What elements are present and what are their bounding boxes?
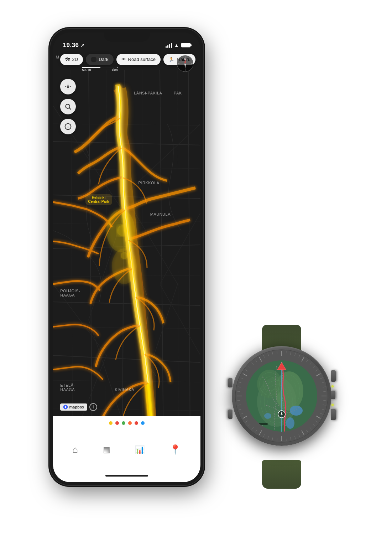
label-m: M — [56, 55, 59, 59]
dark-mode-icon — [91, 57, 96, 62]
chip-dark[interactable]: Dark — [86, 54, 113, 65]
mapbox-logo: mapbox — [60, 403, 87, 411]
chip-2d[interactable]: 🗺 2D — [60, 54, 83, 65]
tab-items: ⌂ ▦ 📊 📍 — [53, 425, 200, 475]
map-icon: 🗺 — [65, 57, 70, 62]
watch-btn-left-top[interactable] — [228, 378, 232, 387]
home-indicator — [105, 475, 148, 477]
label-etela: ETELÄ-HAAGA — [60, 383, 75, 392]
watch-case: 100 m — [232, 346, 331, 446]
stats-icon: 📊 — [135, 445, 145, 454]
home-icon: ⌂ — [72, 444, 78, 455]
svg-point-124 — [290, 406, 303, 416]
watch-band-bottom — [262, 460, 301, 489]
dot-yellow — [109, 421, 113, 425]
dot-green — [122, 421, 125, 425]
compass: N — [176, 55, 194, 72]
svg-line-37 — [69, 108, 71, 109]
search-button[interactable] — [60, 99, 76, 114]
dot-red — [115, 421, 119, 425]
dots-row — [53, 416, 200, 425]
location-icon: 📍 — [169, 444, 181, 455]
label-kivihaka: KIVIHAKA — [115, 387, 134, 392]
road-icon: 👁 — [121, 57, 126, 62]
tab-calendar[interactable]: ▦ — [103, 445, 110, 454]
scene: Helsinki Central Park LÄNSI-PAKILA PIRKK… — [36, 18, 356, 517]
tab-stats[interactable]: 📊 — [135, 445, 145, 454]
status-time: 19.36 ↗ — [63, 42, 85, 49]
battery-icon — [181, 43, 190, 47]
watch-btn-left-bot[interactable] — [228, 410, 232, 419]
location-arrow-icon: ↗ — [80, 42, 85, 48]
map-controls — [60, 79, 76, 134]
chip-road-surface[interactable]: 👁 Road surface — [116, 54, 161, 65]
tab-location[interactable]: 📍 — [169, 444, 181, 455]
tab-home[interactable]: ⌂ — [72, 444, 78, 455]
svg-point-50 — [64, 406, 66, 408]
location-button[interactable] — [60, 79, 76, 94]
label-maunula: MAUNULA — [150, 212, 171, 216]
info-circle[interactable]: i — [89, 403, 97, 411]
watch-yellow-dot-bot — [331, 404, 334, 406]
watch-btn-right-mid[interactable] — [331, 391, 335, 399]
status-icons: ▲ — [166, 42, 190, 48]
wifi-icon: ▲ — [174, 42, 179, 48]
dot-blue — [141, 421, 145, 425]
run-icon: 🏃 — [168, 57, 174, 62]
phone-notch — [104, 29, 150, 42]
watch-body: 100 m — [232, 346, 331, 446]
svg-point-36 — [66, 104, 70, 108]
info-button[interactable] — [60, 119, 76, 134]
calendar-icon: ▦ — [103, 445, 110, 454]
phone: Helsinki Central Park LÄNSI-PAKILA PIRKK… — [50, 29, 203, 485]
smartwatch: 100 m — [218, 325, 346, 489]
label-pirkkola: PIRKKOLA — [138, 181, 160, 185]
svg-point-125 — [286, 417, 294, 429]
signal-icon — [166, 43, 172, 48]
watch-btn-right-top[interactable] — [331, 370, 336, 382]
label-pak: PAK — [174, 91, 182, 95]
label-pohjois: POHJOIS-HAAGA — [60, 289, 80, 297]
watch-yellow-dot-top — [331, 385, 334, 387]
svg-point-34 — [121, 252, 128, 259]
bottom-tabs: ⌂ ▦ 📊 📍 — [53, 416, 200, 482]
dot-orange — [128, 421, 132, 425]
phone-screen: Helsinki Central Park LÄNSI-PAKILA PIRKK… — [53, 32, 200, 482]
watch-btn-right-bot[interactable] — [331, 409, 336, 420]
mapbox-attribution: mapbox i — [60, 403, 97, 411]
svg-point-126 — [264, 413, 271, 419]
dot-red2 — [135, 421, 138, 425]
svg-point-33 — [117, 225, 128, 236]
label-lansi-pakila: LÄNSI-PAKILA — [134, 91, 162, 95]
